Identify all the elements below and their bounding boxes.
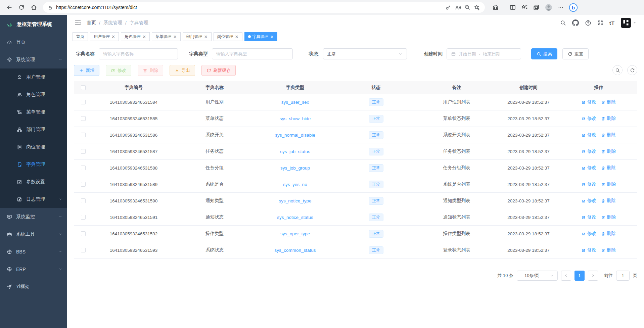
- collections-icon[interactable]: [533, 4, 540, 11]
- reset-button[interactable]: 重置: [562, 48, 589, 59]
- row-delete-button[interactable]: 删除: [601, 231, 616, 237]
- row-delete-button[interactable]: 删除: [601, 99, 616, 105]
- date-range-picker[interactable]: 开始日期 - 结束日期: [447, 48, 521, 59]
- row-delete-button[interactable]: 删除: [601, 181, 616, 187]
- font-size-icon[interactable]: tT: [609, 20, 615, 26]
- row-edit-button[interactable]: 修改: [582, 214, 596, 220]
- dict-type-link[interactable]: sys_show_hide: [280, 116, 311, 121]
- prev-page-button[interactable]: [561, 271, 571, 281]
- breadcrumb-item-system[interactable]: 系统管理: [103, 20, 122, 26]
- browser-home-button[interactable]: [28, 2, 39, 13]
- sidebar-item-user-mgmt[interactable]: 用户管理: [0, 68, 67, 86]
- sidebar-item-system-monitor[interactable]: 系统监控: [0, 208, 67, 226]
- zoom-out-icon[interactable]: [464, 4, 470, 10]
- address-bar[interactable]: https://ccnetcore.com:1101/system/dict: [43, 2, 485, 13]
- dict-type-link[interactable]: sys_yes_no: [283, 182, 307, 187]
- row-checkbox[interactable]: [81, 198, 86, 203]
- sidebar-item-dept-mgmt[interactable]: 部门管理: [0, 121, 67, 138]
- refresh-cache-button[interactable]: 刷新缓存: [201, 65, 236, 76]
- dict-type-link[interactable]: sys_notice_type: [279, 198, 312, 203]
- goto-page-input[interactable]: [616, 271, 630, 281]
- row-delete-button[interactable]: 删除: [601, 198, 616, 204]
- read-aloud-icon[interactable]: [455, 4, 461, 11]
- favorite-star-add-icon[interactable]: [474, 4, 480, 11]
- delete-button[interactable]: 删除: [138, 65, 163, 76]
- sidebar-fold-icon[interactable]: [75, 19, 81, 26]
- dict-type-link[interactable]: sys_common_status: [274, 248, 316, 253]
- row-checkbox[interactable]: [81, 182, 86, 187]
- dict-name-input[interactable]: 请输入字典名称: [99, 48, 178, 59]
- row-delete-button[interactable]: 删除: [601, 165, 616, 171]
- add-button[interactable]: 新增: [74, 65, 99, 76]
- dict-type-link[interactable]: sys_job_status: [280, 149, 310, 154]
- dict-type-input[interactable]: 请输入字典类型: [212, 48, 293, 59]
- breadcrumb-item-home[interactable]: 首页: [87, 20, 96, 26]
- row-edit-button[interactable]: 修改: [582, 115, 596, 122]
- tab-home[interactable]: 首页: [73, 32, 88, 41]
- sidebar-item-role-mgmt[interactable]: 角色管理: [0, 86, 67, 103]
- sidebar-item-dict-mgmt[interactable]: 字典管理: [0, 156, 67, 173]
- header-search-icon[interactable]: [560, 20, 566, 26]
- row-edit-button[interactable]: 修改: [582, 198, 596, 204]
- row-delete-button[interactable]: 删除: [601, 247, 616, 253]
- tab-close-icon[interactable]: ✕: [142, 35, 146, 39]
- sidebar-item-param-settings[interactable]: 参数设置: [0, 173, 67, 191]
- row-edit-button[interactable]: 修改: [582, 132, 596, 138]
- tab-dict-mgmt[interactable]: 字典管理✕: [244, 32, 278, 41]
- browser-profile-avatar[interactable]: [545, 3, 553, 11]
- tab-close-icon[interactable]: ✕: [173, 35, 177, 39]
- tab-close-icon[interactable]: ✕: [270, 35, 274, 39]
- sidebar-item-yi-frame[interactable]: Yi框架: [0, 278, 67, 295]
- help-question-icon[interactable]: [585, 20, 591, 26]
- favorites-hub-icon[interactable]: [521, 4, 528, 11]
- tab-post-mgmt[interactable]: 岗位管理✕: [214, 32, 242, 41]
- row-delete-button[interactable]: 删除: [601, 214, 616, 220]
- row-checkbox[interactable]: [81, 149, 86, 154]
- row-edit-button[interactable]: 修改: [582, 231, 596, 237]
- row-checkbox[interactable]: [81, 116, 86, 121]
- tab-close-icon[interactable]: ✕: [111, 35, 115, 39]
- row-edit-button[interactable]: 修改: [582, 148, 596, 154]
- export-button[interactable]: 导出: [170, 65, 195, 76]
- browser-back-button[interactable]: [4, 2, 15, 13]
- row-checkbox[interactable]: [81, 215, 86, 220]
- tab-role-mgmt[interactable]: 角色管理✕: [121, 32, 150, 41]
- fullscreen-icon[interactable]: [597, 20, 603, 26]
- sidebar-item-erp[interactable]: ERP: [0, 261, 67, 278]
- browser-refresh-button[interactable]: [16, 2, 27, 13]
- sidebar-item-menu-mgmt[interactable]: 菜单管理: [0, 103, 67, 121]
- tab-user-mgmt[interactable]: 用户管理✕: [90, 32, 119, 41]
- sidebar-item-post-mgmt[interactable]: 岗位管理: [0, 138, 67, 156]
- row-edit-button[interactable]: 修改: [582, 181, 596, 187]
- sidebar-item-system-mgmt[interactable]: 系统管理: [0, 51, 67, 68]
- bing-chat-icon[interactable]: b: [569, 3, 578, 12]
- dict-type-link[interactable]: sys_oper_type: [280, 231, 310, 236]
- dict-type-link[interactable]: sys_user_sex: [281, 100, 309, 105]
- tab-close-icon[interactable]: ✕: [204, 35, 208, 39]
- sidebar-item-system-tools[interactable]: 系统工具: [0, 226, 67, 243]
- row-edit-button[interactable]: 修改: [582, 247, 596, 253]
- password-key-icon[interactable]: [445, 4, 451, 10]
- row-checkbox[interactable]: [81, 133, 86, 137]
- page-number-1[interactable]: 1: [574, 271, 585, 281]
- row-edit-button[interactable]: 修改: [582, 165, 596, 171]
- next-page-button[interactable]: [588, 271, 598, 281]
- edit-button[interactable]: 修改: [106, 65, 131, 76]
- dict-type-link[interactable]: sys_notice_status: [277, 215, 313, 220]
- tab-dept-mgmt[interactable]: 部门管理✕: [183, 32, 212, 41]
- more-menu-icon[interactable]: [558, 4, 564, 10]
- sidebar-item-home[interactable]: 首页: [0, 34, 67, 51]
- show-search-toggle-button[interactable]: [612, 65, 623, 75]
- sidebar-item-log-mgmt[interactable]: 日志管理: [0, 191, 67, 208]
- select-all-checkbox[interactable]: [81, 85, 86, 90]
- tab-close-icon[interactable]: ✕: [235, 35, 239, 39]
- row-delete-button[interactable]: 删除: [601, 132, 616, 138]
- row-edit-button[interactable]: 修改: [582, 99, 596, 105]
- page-size-select[interactable]: 10条/页: [517, 271, 558, 281]
- tab-menu-mgmt[interactable]: 菜单管理✕: [152, 32, 181, 41]
- github-icon[interactable]: [572, 19, 579, 26]
- row-checkbox[interactable]: [81, 166, 86, 170]
- row-checkbox[interactable]: [81, 100, 86, 104]
- sidebar-item-bbs[interactable]: BBS: [0, 243, 67, 261]
- row-delete-button[interactable]: 删除: [601, 115, 616, 122]
